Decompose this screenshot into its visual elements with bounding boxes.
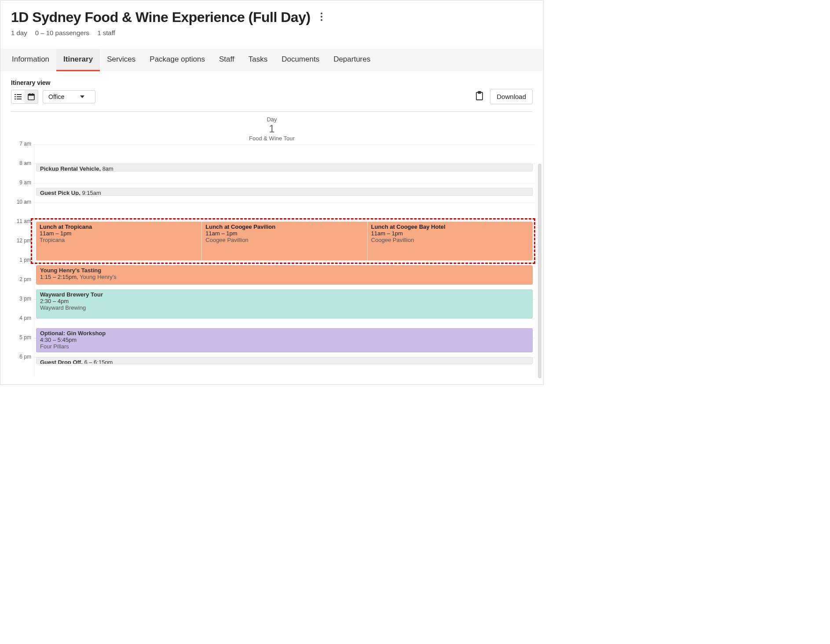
event-young-henrys[interactable]: Young Henry's Tasting 1:15 – 2:15pm, You… — [36, 265, 533, 285]
event-title: Optional: Gin Workshop — [40, 330, 529, 337]
hour-label: 8 am — [19, 160, 31, 166]
clipboard-button[interactable] — [475, 91, 484, 102]
svg-rect-6 — [17, 96, 22, 97]
event-venue: Coogee Pavillion — [371, 237, 529, 243]
event-gin-workshop[interactable]: Optional: Gin Workshop 4:30 – 5:45pm Fou… — [36, 328, 533, 352]
event-lunch-coogee-bay-hotel[interactable]: Lunch at Coogee Bay Hotel 11am – 1pm Coo… — [367, 222, 533, 260]
scrollbar[interactable] — [538, 164, 541, 378]
day-label: Day — [8, 116, 535, 123]
event-venue: Coogee Pavillion — [205, 237, 363, 243]
hour-label: 5 pm — [19, 334, 31, 340]
event-venue: Young Henry's — [80, 274, 117, 280]
hour-label: 3 pm — [19, 296, 31, 302]
day-header: Day 1 Food & Wine Tour — [8, 112, 535, 144]
hour-label: 2 pm — [19, 276, 31, 282]
event-title: Lunch at Coogee Bay Hotel — [371, 223, 529, 230]
event-title: Pickup Rental Vehicle, — [40, 165, 101, 172]
hour-label: 9 am — [19, 179, 31, 186]
meta-passengers: 0 – 10 passengers — [35, 29, 89, 37]
svg-rect-7 — [15, 99, 16, 99]
day-number: 1 — [8, 123, 535, 135]
tab-staff[interactable]: Staff — [212, 49, 241, 71]
svg-rect-10 — [28, 94, 34, 96]
day-subtitle: Food & Wine Tour — [8, 135, 535, 142]
event-title: Lunch at Coogee Pavilion — [205, 223, 363, 230]
clipboard-icon — [475, 91, 484, 101]
svg-point-1 — [321, 16, 322, 18]
tab-package-options[interactable]: Package options — [143, 49, 212, 71]
hour-label: 7 am — [19, 141, 31, 147]
event-title: Lunch at Tropicana — [40, 223, 198, 230]
event-title: Guest Drop Off, — [40, 359, 83, 364]
hour-label: 10 am — [17, 199, 31, 205]
list-view-button[interactable] — [11, 90, 25, 103]
view-scope-value: Office — [48, 93, 64, 100]
hour-label: 12 pm — [17, 238, 31, 244]
event-pickup-rental-vehicle[interactable]: Pickup Rental Vehicle, 8am — [36, 164, 533, 172]
event-time: 1:15 – 2:15pm, — [40, 274, 78, 280]
hour-label: 11 am — [17, 218, 31, 224]
svg-rect-8 — [17, 99, 22, 99]
event-time: 9:15am — [82, 190, 101, 196]
event-venue: Wayward Brewing — [40, 304, 529, 311]
event-time: 6 – 6:15pm — [84, 359, 113, 364]
event-time: 11am – 1pm — [205, 230, 363, 237]
event-time: 8am — [102, 165, 113, 172]
svg-rect-5 — [15, 96, 16, 97]
svg-rect-11 — [29, 93, 30, 95]
event-guest-drop-off[interactable]: Guest Drop Off, 6 – 6:15pm — [36, 357, 533, 364]
tab-services[interactable]: Services — [100, 49, 143, 71]
svg-rect-4 — [17, 94, 22, 95]
event-lunch-tropicana[interactable]: Lunch at Tropicana 11am – 1pm Tropicana — [36, 222, 201, 260]
page-title: 1D Sydney Food & Wine Experience (Full D… — [11, 9, 311, 26]
event-time: 4:30 – 5:45pm — [40, 337, 529, 343]
svg-rect-12 — [32, 93, 33, 95]
hour-label: 4 pm — [19, 315, 31, 321]
svg-point-2 — [321, 19, 322, 21]
event-title: Wayward Brewery Tour — [40, 291, 529, 298]
hour-label: 6 pm — [19, 354, 31, 360]
header-meta: 1 day 0 – 10 passengers 1 staff — [11, 29, 533, 37]
itinerary-view-label: Itinerary view — [11, 79, 533, 86]
day-column[interactable]: Pickup Rental Vehicle, 8am Guest Pick Up… — [34, 144, 535, 377]
calendar-icon — [28, 93, 35, 100]
event-lunch-coogee-pavilion[interactable]: Lunch at Coogee Pavilion 11am – 1pm Coog… — [201, 222, 367, 260]
tab-itinerary[interactable]: Itinerary — [56, 49, 100, 71]
view-scope-select[interactable]: Office — [43, 90, 95, 103]
event-lunch-group: Lunch at Tropicana 11am – 1pm Tropicana … — [36, 222, 533, 260]
event-venue: Tropicana — [40, 237, 198, 243]
hour-label: 1 pm — [19, 257, 31, 263]
tab-information[interactable]: Information — [5, 49, 56, 71]
view-switcher — [11, 90, 38, 104]
event-venue: Four Pillars — [40, 343, 529, 350]
event-title: Young Henry's Tasting — [40, 267, 101, 274]
kebab-icon — [320, 12, 323, 21]
tab-departures[interactable]: Departures — [326, 49, 377, 71]
meta-staff: 1 staff — [97, 29, 115, 37]
event-time: 11am – 1pm — [371, 230, 529, 237]
event-wayward-brewery[interactable]: Wayward Brewery Tour 2:30 – 4pm Wayward … — [36, 289, 533, 318]
list-icon — [15, 94, 22, 100]
calendar-view-button[interactable] — [25, 90, 38, 103]
time-axis: 7 am 8 am 9 am 10 am 11 am 12 pm 1 pm 2 … — [8, 144, 34, 377]
more-menu-button[interactable] — [318, 10, 325, 25]
chevron-down-icon — [80, 95, 84, 98]
svg-point-0 — [321, 13, 322, 15]
event-title: Guest Pick Up, — [40, 190, 80, 196]
event-time: 2:30 – 4pm — [40, 298, 529, 304]
tab-bar: Information Itinerary Services Package o… — [0, 49, 543, 71]
event-time: 11am – 1pm — [40, 230, 198, 237]
tab-tasks[interactable]: Tasks — [241, 49, 274, 71]
meta-duration: 1 day — [11, 29, 27, 37]
tab-documents[interactable]: Documents — [274, 49, 326, 71]
event-guest-pick-up[interactable]: Guest Pick Up, 9:15am — [36, 188, 533, 196]
svg-rect-3 — [15, 94, 16, 95]
download-button[interactable]: Download — [490, 89, 533, 104]
